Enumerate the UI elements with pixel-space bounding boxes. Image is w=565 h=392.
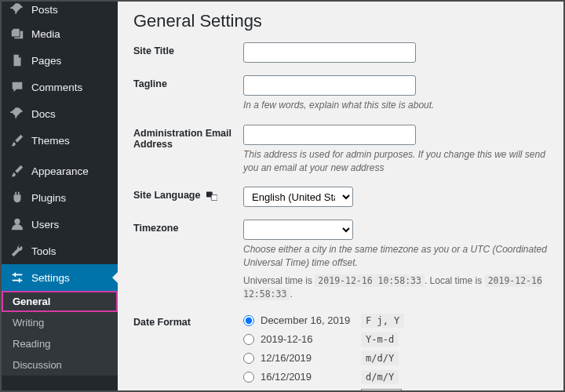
sidebar-item-plugins[interactable]: Plugins [2,184,118,211]
label-tagline: Tagline [133,75,243,89]
brush-icon [9,132,25,148]
submenu-reading[interactable]: Reading [2,333,118,354]
sidebar-label: Media [31,28,60,40]
submenu-discussion[interactable]: Discussion [2,354,118,376]
sidebar-label: Docs [31,108,56,120]
sidebar-label: Comments [31,82,82,93]
media-icon [9,26,25,42]
translate-icon [206,191,217,201]
desc-admin-email: This address is used for admin purposes.… [243,148,548,175]
date-option-0[interactable]: December 16, 2019F j, Y [243,314,548,328]
pin-icon [9,2,25,17]
app-shell: Posts Media Pages Comments Docs Themes A… [0,0,565,392]
settings-submenu: General Writing Reading Discussion [2,291,118,376]
user-icon [9,216,25,232]
sidebar-item-appearance[interactable]: Appearance [2,158,118,184]
date-option-2[interactable]: 12/16/2019m/d/Y [243,351,548,365]
sidebar-label: Appearance [31,165,89,177]
main-content: General Settings Site Title Tagline In a… [118,2,563,390]
select-site-language[interactable]: English (United States) [243,187,353,207]
input-admin-email[interactable] [243,125,416,145]
label-site-language: Site Language [133,187,243,201]
sidebar-item-users[interactable]: Users [2,211,118,238]
brush-icon [9,163,25,179]
svg-rect-2 [211,195,217,201]
date-option-1[interactable]: 2019-12-16Y-m-d [243,332,548,347]
desc-tagline: In a few words, explain what this site i… [243,99,548,112]
page-icon [9,53,25,68]
sidebar-label: Plugins [31,192,66,204]
page-title: General Settings [133,11,548,31]
label-site-title: Site Title [133,42,243,56]
sidebar-item-themes[interactable]: Themes [2,127,118,154]
input-site-title[interactable] [243,42,416,63]
label-admin-email: Administration Email Address [133,125,243,150]
admin-sidebar: Posts Media Pages Comments Docs Themes A… [2,2,118,390]
sidebar-item-pages[interactable]: Pages [2,47,118,74]
sidebar-label: Users [31,219,59,230]
date-option-custom[interactable]: Custom: [243,389,548,390]
label-timezone: Timezone [133,220,243,234]
date-format-options: December 16, 2019F j, Y 2019-12-16Y-m-d … [243,314,548,390]
select-timezone[interactable] [243,220,353,240]
sidebar-label: Settings [31,272,70,284]
comment-icon [9,79,25,95]
sidebar-label: Themes [31,135,70,147]
sliders-icon [9,270,25,285]
date-custom-input[interactable] [361,389,402,390]
sidebar-item-media[interactable]: Media [2,20,118,47]
sidebar-label: Posts [31,4,58,16]
submenu-general[interactable]: General [2,291,118,312]
desc-timezone: Choose either a city in the same timezon… [243,243,548,270]
timezone-times: Universal time is 2019-12-16 10:58:33. L… [243,274,548,301]
input-tagline[interactable] [243,75,416,96]
sidebar-item-docs[interactable]: Docs [2,100,118,127]
sidebar-label: Pages [31,55,61,67]
date-option-3[interactable]: 16/12/2019d/m/Y [243,370,548,384]
sidebar-item-comments[interactable]: Comments [2,74,118,100]
submenu-writing[interactable]: Writing [2,312,118,333]
label-date-format: Date Format [133,314,243,328]
svg-point-0 [14,219,20,224]
sidebar-item-tools[interactable]: Tools [2,238,118,264]
sidebar-item-posts[interactable]: Posts [2,2,118,20]
sidebar-label: Tools [31,245,56,257]
plugin-icon [9,190,25,205]
pin-icon [9,106,25,122]
wrench-icon [9,243,25,259]
sidebar-item-settings[interactable]: Settings [2,264,118,291]
